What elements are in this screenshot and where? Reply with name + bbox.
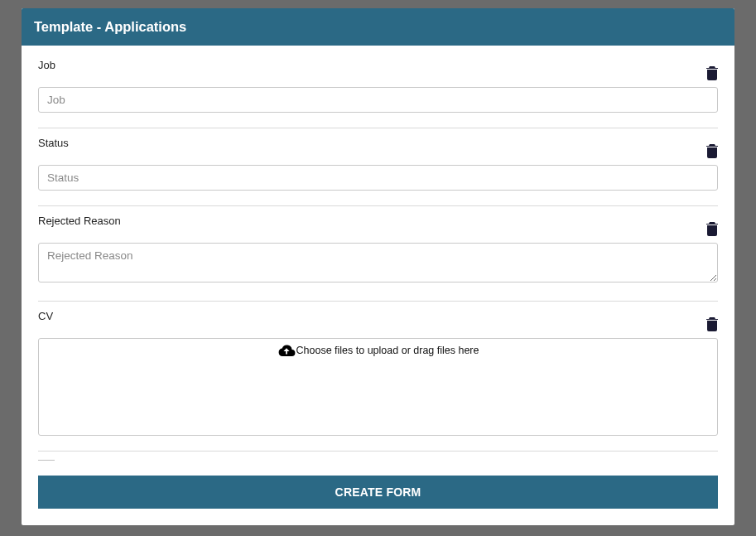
rejected-reason-textarea[interactable]: [38, 243, 718, 282]
field-status: Status: [38, 137, 718, 206]
job-input[interactable]: [38, 87, 718, 113]
rejected-reason-label: Rejected Reason: [38, 215, 121, 227]
trash-icon[interactable]: [706, 65, 718, 80]
trash-icon[interactable]: [706, 221, 718, 236]
dropzone-inner: Choose files to upload or drag files her…: [277, 344, 479, 357]
status-input[interactable]: [38, 165, 718, 191]
field-header: Status: [38, 137, 718, 158]
field-job: Job: [38, 59, 718, 128]
create-form-button[interactable]: CREATE FORM: [38, 476, 718, 509]
field-header: Rejected Reason: [38, 215, 718, 236]
field-cv: CV Choose files to upload or drag files …: [38, 310, 718, 451]
status-label: Status: [38, 137, 69, 149]
job-label: Job: [38, 59, 55, 71]
trash-icon[interactable]: [706, 143, 718, 158]
trash-icon[interactable]: [706, 316, 718, 331]
field-rejected-reason: Rejected Reason: [38, 215, 718, 302]
cv-label: CV: [38, 310, 53, 322]
field-header: CV: [38, 310, 718, 331]
cloud-upload-icon: [277, 344, 296, 357]
cv-dropzone[interactable]: Choose files to upload or drag files her…: [38, 338, 718, 436]
field-header: Job: [38, 59, 718, 80]
small-divider: [38, 460, 55, 461]
dropzone-text: Choose files to upload or drag files her…: [296, 345, 479, 356]
panel-body: Job Status Rejected Reason: [22, 46, 734, 525]
panel-title: Template - Applications: [22, 8, 734, 46]
template-panel: Template - Applications Job Status: [22, 8, 734, 525]
